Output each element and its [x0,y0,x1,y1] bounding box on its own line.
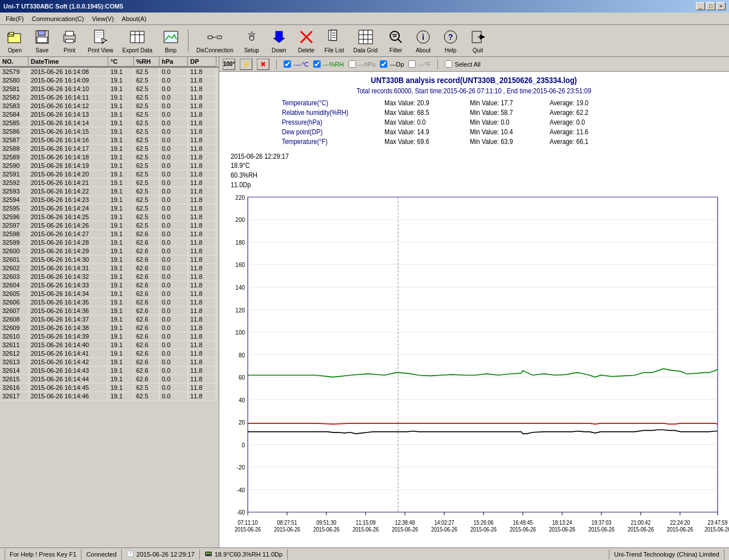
table-cell: 19.1 [108,290,134,298]
chart-close-button[interactable]: ✖ [257,59,269,70]
print-label: Print [64,47,76,53]
table-row[interactable]: 326122015-06-26 16:14:4119.162.60.011.8 [0,349,219,358]
table-row[interactable]: 325832015-06-26 16:14:1219.162.50.011.8 [0,102,219,110]
disconnection-button[interactable]: DisConnection [194,27,236,55]
table-cell: 19.1 [108,367,134,374]
delete-button[interactable]: Delete [295,27,318,55]
menu-file[interactable]: File(F) [2,14,27,23]
table-cell: 0.0 [159,341,188,349]
close-button[interactable]: × [716,2,726,10]
table-row[interactable]: 326072015-06-26 16:14:3619.162.60.011.8 [0,307,219,315]
temp-c-checkbox[interactable] [284,60,291,68]
chart-lightning-button[interactable]: ⚡ [240,59,252,70]
table-cell: 2015-06-26 16:14:31 [28,264,108,272]
minimize-button[interactable]: _ [696,2,705,10]
table-cell: 62.5 [134,213,159,221]
table-row[interactable]: 326142015-06-26 16:14:4319.162.60.011.8 [0,367,219,375]
table-row[interactable]: 325962015-06-26 16:14:2519.162.50.011.8 [0,213,219,221]
svg-text:2015-06-26: 2015-06-26 [313,526,339,533]
table-cell: 19.1 [108,85,134,93]
table-cell: 32602 [0,264,28,272]
table-row[interactable]: 326162015-06-26 16:14:4519.162.50.011.8 [0,384,219,392]
chart-toolbar: 100° ⚡ ✖ ----°C ---%RH ---hPa [219,57,729,72]
table-row[interactable]: 325912015-06-26 16:14:2019.162.50.011.8 [0,170,219,179]
temp-f-checkbox[interactable] [408,60,416,68]
svg-text:UNT330B analysis record(UNT330: UNT330B analysis record(UNT330B_20150626… [371,76,577,85]
table-row[interactable]: 326002015-06-26 16:14:2919.162.60.011.8 [0,247,219,256]
table-row[interactable]: 326112015-06-26 16:14:4019.162.60.011.8 [0,341,219,349]
window-controls[interactable]: _ □ × [696,2,726,10]
setup-button[interactable]: Setup [240,27,263,55]
table-row[interactable]: 325802015-06-26 16:14:0919.162.50.011.8 [0,76,219,85]
select-all-checkbox[interactable] [445,60,452,68]
table-row[interactable]: 326172015-06-26 16:14:4619.162.50.011.8 [0,392,219,401]
table-row[interactable]: 325972015-06-26 16:14:2619.162.50.011.8 [0,221,219,230]
table-cell: 2015-06-26 16:14:27 [28,230,108,238]
table-row[interactable]: 325892015-06-26 16:14:1819.162.50.011.8 [0,153,219,162]
rh-checkbox[interactable] [313,60,321,68]
table-row[interactable]: 325992015-06-26 16:14:2819.162.60.011.8 [0,238,219,247]
table-row[interactable]: 326032015-06-26 16:14:3219.162.60.011.8 [0,273,219,281]
table-row[interactable]: 325812015-06-26 16:14:1019.162.50.011.8 [0,85,219,93]
table-row[interactable]: 326042015-06-26 16:14:3319.162.60.011.8 [0,281,219,290]
about-button[interactable]: i About [412,27,435,55]
svg-text:19:37:03: 19:37:03 [591,520,611,526]
chart-close-icon: ✖ [260,60,266,68]
table-row[interactable]: 326062015-06-26 16:14:3519.162.60.011.8 [0,298,219,307]
lightning-icon: ⚡ [242,60,251,68]
svg-text:60.3%RH: 60.3%RH [231,171,257,179]
table-row[interactable]: 325982015-06-26 16:14:2719.162.60.011.8 [0,230,219,238]
table-cell: 0.0 [159,102,188,110]
print-view-label: Print View [88,47,113,53]
table-row[interactable]: 326152015-06-26 16:14:4419.162.60.011.8 [0,375,219,384]
table-row[interactable]: 325942015-06-26 16:14:2319.162.50.011.8 [0,196,219,204]
menu-about[interactable]: About(A) [118,14,150,23]
dp-checkbox[interactable] [380,60,387,68]
table-row[interactable]: 325932015-06-26 16:14:2219.162.50.011.8 [0,187,219,196]
svg-text:Min Value:  63.9: Min Value: 63.9 [470,137,513,145]
table-row[interactable]: 326102015-06-26 16:14:3919.162.60.011.8 [0,332,219,341]
hpa-checkbox[interactable] [349,60,356,68]
table-cell: 11.8 [188,153,216,161]
table-row[interactable]: 325902015-06-26 16:14:1919.162.50.011.8 [0,162,219,170]
table-row[interactable]: 326132015-06-26 16:14:4219.162.60.011.8 [0,358,219,367]
table-row[interactable]: 325952015-06-26 16:14:2419.162.50.011.8 [0,204,219,213]
record-mode-button[interactable]: 100° [223,59,235,70]
table-row[interactable]: 326022015-06-26 16:14:3119.162.60.011.8 [0,264,219,273]
print-button[interactable]: Print [58,27,81,55]
export-data-button[interactable]: Export Data [120,27,155,55]
menu-communication[interactable]: Communication(C) [28,14,88,23]
about-label: About [416,47,431,53]
table-row[interactable]: 325852015-06-26 16:14:1419.162.50.011.8 [0,119,219,127]
table-cell: 11.8 [188,358,216,366]
filter-button[interactable]: Filter [384,27,407,55]
table-row[interactable]: 326092015-06-26 16:14:3819.162.60.011.8 [0,324,219,332]
table-row[interactable]: 325882015-06-26 16:14:1719.162.50.011.8 [0,145,219,153]
print-view-button[interactable]: Print View [85,27,116,55]
table-row[interactable]: 325792015-06-26 16:14:0819.162.50.011.8 [0,68,219,76]
data-grid-button[interactable]: Data Grid [351,27,380,55]
save-button[interactable]: Save [31,27,54,55]
table-row[interactable]: 325822015-06-26 16:14:1119.162.50.011.8 [0,93,219,102]
svg-text:Max Value:  68.5: Max Value: 68.5 [384,108,429,116]
file-list-button[interactable]: File List [322,27,346,55]
quit-button[interactable]: Quit [466,27,489,55]
table-cell: 0.0 [159,298,188,306]
table-row[interactable]: 326082015-06-26 16:14:3719.162.60.011.8 [0,315,219,324]
svg-text:120: 120 [235,306,245,314]
bmp-button[interactable]: Bmp [159,27,182,55]
down-button[interactable]: Down [268,27,290,55]
open-button[interactable]: Open [3,27,26,55]
table-row[interactable]: 326052015-06-26 16:14:3419.162.60.011.8 [0,290,219,298]
table-row[interactable]: 326012015-06-26 16:14:3019.162.60.011.8 [0,256,219,264]
table-cell: 11.8 [188,76,216,84]
menu-view[interactable]: View(V) [88,14,117,23]
maximize-button[interactable]: □ [706,2,715,10]
table-row[interactable]: 325842015-06-26 16:14:1319.162.50.011.8 [0,110,219,119]
svg-rect-19 [217,36,222,39]
table-row[interactable]: 325862015-06-26 16:14:1519.162.50.011.8 [0,127,219,136]
help-button[interactable]: ? Help [439,27,462,55]
table-row[interactable]: 325872015-06-26 16:14:1619.162.50.011.8 [0,136,219,145]
table-cell: 11.8 [188,85,216,93]
table-row[interactable]: 325922015-06-26 16:14:2119.162.50.011.8 [0,179,219,187]
